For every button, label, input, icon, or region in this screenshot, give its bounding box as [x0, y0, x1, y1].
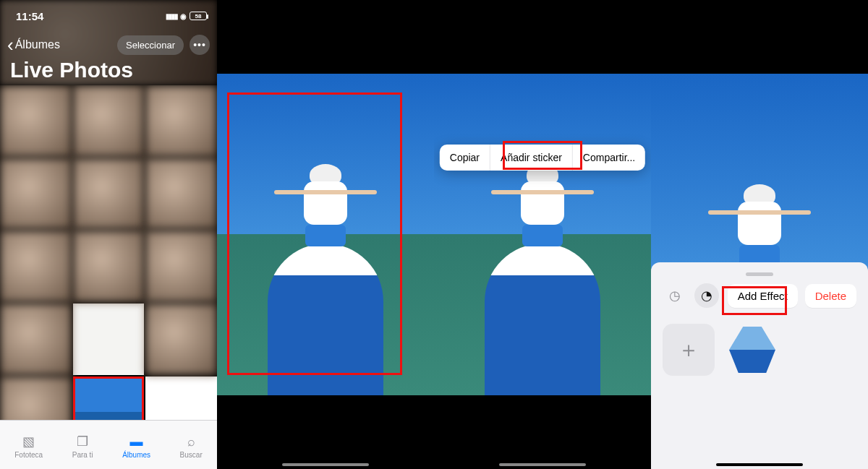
photo-thumb[interactable]	[73, 85, 145, 157]
chevron-left-icon	[7, 35, 14, 54]
search-icon: ⌕	[182, 434, 200, 449]
menu-share[interactable]: Compartir...	[573, 145, 645, 171]
status-bar: 11:54 58	[0, 0, 217, 32]
more-button[interactable]: •••	[190, 35, 210, 55]
home-indicator[interactable]	[716, 463, 803, 466]
stickers-tab-button[interactable]: ◔	[694, 283, 719, 308]
sticker-thumbnail	[729, 327, 775, 373]
photo-thumb[interactable]	[0, 85, 72, 157]
albums-icon: ▬	[127, 434, 146, 449]
tab-label: Buscar	[180, 451, 203, 459]
panel-context-menu: Copiar Añadir sticker Compartir...	[434, 0, 651, 469]
photo-grid[interactable]	[0, 85, 217, 420]
photo-thumb[interactable]	[73, 231, 145, 302]
photo-thumb[interactable]	[73, 158, 145, 230]
photo-thumb[interactable]	[0, 231, 72, 302]
battery-icon: 58	[190, 12, 207, 20]
photo-thumb[interactable]	[0, 304, 72, 375]
photo-thumb[interactable]	[73, 304, 145, 375]
wifi-icon	[180, 11, 187, 21]
sheet-grabber[interactable]	[746, 272, 773, 276]
tab-label: Álbumes	[122, 451, 150, 459]
for-you-icon: ❐	[73, 434, 92, 449]
menu-copy[interactable]: Copiar	[440, 145, 490, 171]
photo-thumb[interactable]	[145, 158, 217, 230]
home-indicator[interactable]	[282, 463, 369, 466]
highlight-annotation	[503, 141, 582, 170]
clock-icon: ◷	[669, 288, 681, 304]
tab-bar: ▧ Fototeca ❐ Para ti ▬ Álbumes ⌕ Buscar	[0, 420, 217, 469]
highlight-annotation	[722, 286, 787, 315]
photo-content	[485, 244, 600, 395]
tab-albums[interactable]: ▬ Álbumes	[122, 434, 150, 459]
tab-library[interactable]: ▧ Fototeca	[14, 434, 43, 459]
delete-button[interactable]: Delete	[805, 284, 856, 308]
tab-label: Para ti	[72, 451, 93, 459]
photo-thumb[interactable]	[145, 231, 217, 302]
back-button[interactable]: Álbumes	[7, 35, 60, 54]
recents-tab-button[interactable]: ◷	[663, 283, 687, 308]
panel-sticker-sheet: ◷ ◔ Add Effect Delete ＋	[651, 0, 868, 469]
highlight-annotation	[227, 92, 402, 375]
add-sticker-tile[interactable]: ＋	[663, 324, 715, 376]
photo-thumb[interactable]	[145, 85, 217, 157]
signal-icon	[166, 11, 177, 21]
back-label: Álbumes	[15, 38, 60, 51]
tab-for-you[interactable]: ❐ Para ti	[72, 434, 93, 459]
select-button[interactable]: Seleccionar	[117, 35, 184, 55]
sticker-list: ＋	[663, 324, 856, 376]
plus-icon: ＋	[678, 335, 699, 365]
photo-thumb[interactable]	[145, 304, 217, 375]
photo-thumb-selected[interactable]	[73, 377, 145, 420]
home-indicator[interactable]	[499, 463, 586, 466]
photo-thumb[interactable]	[0, 377, 72, 420]
panel-photo-view	[217, 0, 434, 469]
panel-album-grid: 11:54 58 Álbumes Seleccionar ••• Live Ph…	[0, 0, 217, 469]
photo-thumb[interactable]	[145, 377, 217, 420]
photo-thumb[interactable]	[0, 158, 72, 230]
tab-search[interactable]: ⌕ Buscar	[180, 434, 203, 459]
nav-bar: Álbumes Seleccionar •••	[0, 32, 217, 58]
page-title: Live Photos	[0, 58, 217, 88]
library-icon: ▧	[20, 434, 38, 449]
tab-label: Fototeca	[14, 451, 43, 459]
sticker-icon: ◔	[701, 288, 712, 304]
photo-viewer[interactable]	[434, 74, 651, 395]
sticker-preview[interactable]	[726, 324, 778, 376]
status-indicators: 58	[166, 11, 207, 21]
status-time: 11:54	[16, 10, 43, 22]
ellipsis-icon: •••	[193, 39, 206, 51]
photo-subject[interactable]	[510, 164, 575, 265]
